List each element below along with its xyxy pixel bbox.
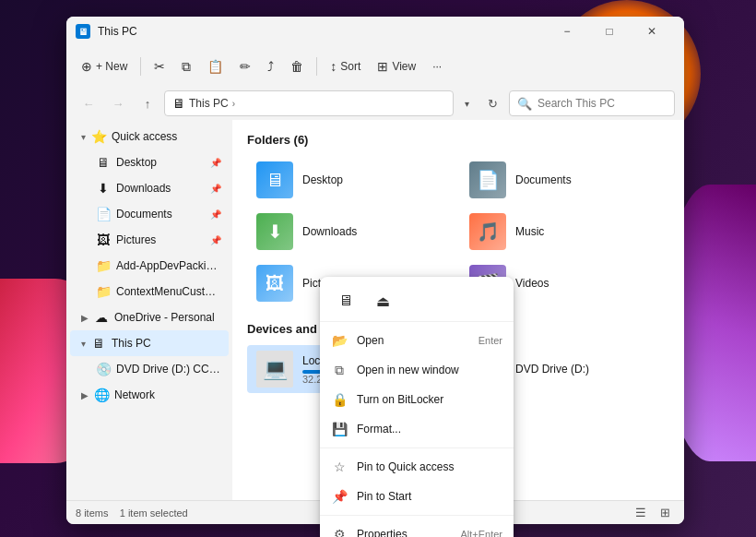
pin-quick-access-icon: ☆ [331,459,348,474]
properties-icon: ⚙ [331,527,348,537]
ctx-item-open[interactable]: 📂 Open Enter [320,326,514,355]
open-new-window-icon: ⧉ [331,363,348,378]
folder-item-documents[interactable]: 📄 Documents [460,156,669,204]
desktop-icon: 🖥 [96,155,111,170]
eject-icon: ⏏ [376,292,390,310]
sort-button[interactable]: ↕ Sort [323,55,368,78]
sidebar-item-contextmenu[interactable]: 📁 ContextMenuCust… [70,279,229,304]
folder-thumb-desktop: 🖥 [256,161,293,198]
pictures-icon: 🖼 [96,233,111,247]
chevron-icon: ▶ [81,390,89,400]
ctx-item-properties[interactable]: ⚙ Properties Alt+Enter [320,519,514,537]
folder-thumb-documents: 📄 [469,161,506,198]
more-label: ··· [432,60,442,73]
new-icon: ⊕ [81,59,92,74]
sidebar-item-this-pc[interactable]: ▾ 🖥 This PC [70,330,229,356]
sidebar-item-label: Documents [116,208,205,221]
paste-button[interactable]: 📋 [200,55,230,78]
folder-item-music[interactable]: 🎵 Music [460,208,669,256]
pin-icon: 📌 [210,184,221,194]
delete-icon: 🗑 [290,59,303,74]
chevron-icon: ▾ [81,132,86,142]
folder-thumb-downloads: ⬇ [256,213,293,250]
address-bar: ← → ↑ 🖥 This PC › ▾ ↻ 🔍 [66,87,684,120]
ctx-item-label: Open in new window [357,364,502,376]
sidebar-item-documents[interactable]: 📄 Documents 📌 [70,201,229,227]
status-view-icons: ☰ ⊞ [631,503,675,523]
sidebar-item-pictures[interactable]: 🖼 Pictures 📌 [70,227,229,253]
up-button[interactable]: ↑ [135,90,160,116]
sort-icon: ↕ [330,59,337,74]
pc-icon: 🖥 [91,336,106,351]
delete-button[interactable]: 🗑 [283,55,311,78]
ctx-item-label: Pin to Quick access [357,460,502,473]
chevron-icon: ▶ [81,313,89,323]
ctx-item-pin-to-start[interactable]: 📌 Pin to Start [320,482,514,511]
sidebar-item-dvd[interactable]: 💿 DVD Drive (D:) CCC… [70,356,229,382]
new-label: + New [96,60,127,73]
new-button[interactable]: ⊕ + New [74,55,135,78]
ctx-item-format[interactable]: 💾 Format... [320,414,514,444]
close-button[interactable]: ✕ [631,17,673,46]
bitlocker-icon: 🔒 [331,392,348,407]
paste-icon: 📋 [207,59,223,74]
more-button[interactable]: ··· [425,56,449,77]
sidebar-item-label: Network [114,388,221,401]
cut-button[interactable]: ✂ [147,55,172,78]
ctx-eject-button[interactable]: ⏏ [368,286,397,316]
ctx-item-label: Open [357,334,469,347]
sidebar-item-onedrive[interactable]: ▶ ☁ OneDrive - Personal [70,304,229,330]
ctx-separator-1 [320,448,514,448]
sidebar-item-network[interactable]: ▶ 🌐 Network [70,382,229,408]
ctx-item-bitlocker[interactable]: 🔒 Turn on BitLocker [320,385,514,414]
copy-button[interactable]: ⧉ [174,55,198,78]
search-input[interactable] [537,97,667,110]
folder-thumb-music: 🎵 [469,213,506,250]
share-button[interactable]: ⤴ [260,55,281,78]
ctx-item-pin-quick-access[interactable]: ☆ Pin to Quick access [320,452,514,482]
back-button[interactable]: ← [76,90,101,116]
search-icon: 🔍 [517,97,532,111]
sort-label: Sort [340,60,360,73]
view-button[interactable]: ⊞ View [370,55,423,78]
refresh-button[interactable]: ↻ [479,90,505,116]
ctx-item-label: Format... [357,423,502,436]
quick-access-icon: ⭐ [91,129,106,144]
tile-view-button[interactable]: ⊞ [655,503,675,523]
folder-item-downloads[interactable]: ⬇ Downloads [247,208,456,256]
sidebar-item-quick-access[interactable]: ▾ ⭐ Quick access [70,124,229,149]
folder-name: Downloads [302,225,357,238]
pin-to-start-icon: 📌 [331,489,348,504]
folder-name: Music [515,225,544,238]
maximize-button[interactable]: □ [588,17,631,46]
sidebar-item-downloads[interactable]: ⬇ Downloads 📌 [70,175,229,201]
list-view-button[interactable]: ☰ [631,503,651,523]
ctx-item-label: Pin to Start [357,490,502,503]
ctx-monitor-button[interactable]: 🖥 [331,286,360,316]
sidebar-item-label: Pictures [116,233,205,246]
minimize-button[interactable]: − [546,17,588,46]
ctx-item-shortcut: Enter [478,335,502,346]
sidebar-item-desktop[interactable]: 🖥 Desktop 📌 [70,149,229,175]
ctx-item-label: Turn on BitLocker [357,393,502,406]
sidebar-item-appdev[interactable]: 📁 Add-AppDevPacki… [70,253,229,279]
monitor-icon: 🖥 [338,292,353,309]
ctx-item-label: Properties [357,528,451,537]
address-path[interactable]: 🖥 This PC › [164,90,454,116]
sidebar-item-label: Desktop [116,156,205,169]
rename-button[interactable]: ✏ [232,55,258,78]
ctx-item-open-new-window[interactable]: ⧉ Open in new window [320,355,514,385]
path-dropdown[interactable]: ▾ [457,90,476,116]
device-name: DVD Drive (D:) [515,363,660,376]
window-icon: 🖥 [76,24,90,39]
forward-button[interactable]: → [105,90,131,116]
rename-icon: ✏ [240,59,251,74]
folder-item-desktop[interactable]: 🖥 Desktop [247,156,456,204]
device-info-dvd: DVD Drive (D:) [515,363,660,376]
sidebar-item-label: OneDrive - Personal [114,311,221,324]
device-thumb-local: 💻 [256,351,293,388]
search-box[interactable]: 🔍 [509,90,675,116]
open-icon: 📂 [331,333,348,348]
path-icon: 🖥 [172,96,185,111]
path-chevron: › [232,99,235,109]
